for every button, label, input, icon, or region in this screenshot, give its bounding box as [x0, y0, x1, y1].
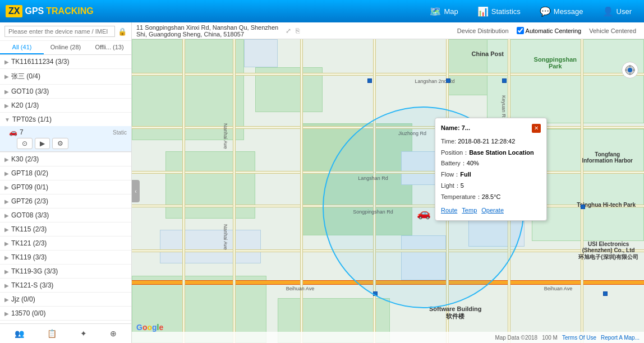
- arrow-icon-13570: ▶: [4, 310, 9, 317]
- nav-items: 🗺️ Map 📊 Statistics 💬 Message 👤 User: [423, 4, 638, 19]
- sidebar: 🔒 All (41) Online (28) Offli... (13) ▶ T…: [0, 22, 132, 343]
- device-group-header-k30[interactable]: ▶ K30 (2/3): [0, 152, 131, 166]
- grid-btn[interactable]: ✦: [76, 327, 91, 340]
- arrow-icon-k20: ▶: [4, 103, 9, 109]
- locate-button[interactable]: [622, 62, 638, 78]
- device-group-header-tk121-s[interactable]: ▶ TK121-S (3/3): [0, 279, 131, 292]
- add-btn[interactable]: ⊕: [105, 327, 121, 340]
- map-terms[interactable]: Terms Of Use: [562, 335, 596, 341]
- list-btn[interactable]: 📋: [43, 327, 61, 340]
- popup-position-value: Base Station Location: [469, 149, 534, 156]
- vehicle-centered-btn[interactable]: Vehicle Centered: [586, 26, 640, 35]
- settings-device-btn[interactable]: ⚙: [52, 138, 68, 149]
- tabs: All (41) Online (28) Offli... (13): [0, 41, 131, 55]
- popup-actions: Route Temp Operate: [441, 205, 541, 216]
- map-marker-1: [367, 78, 372, 83]
- main: 🔒 All (41) Online (28) Offli... (13) ▶ T…: [0, 22, 644, 343]
- device-group-zhangsan: ▶ 张三 (0/4): [0, 69, 131, 85]
- device-item-7[interactable]: 🚗 7 Static ⊙ ▶ ⚙: [0, 126, 131, 152]
- device-group-tk119: ▶ TK119 (3/3): [0, 251, 131, 265]
- arrow-icon-gpt18: ▶: [4, 170, 9, 177]
- device-group-header-tk116[interactable]: ▶ TK116111234 (3/3): [0, 55, 131, 68]
- device-group-header-tk121[interactable]: ▶ TK121 (2/3): [0, 237, 131, 250]
- lock-icon: 🔒: [118, 27, 127, 36]
- locate-device-btn[interactable]: ⊙: [17, 138, 33, 149]
- tab-offline[interactable]: Offli... (13): [88, 41, 131, 54]
- map-marker-11: [373, 291, 378, 296]
- road-v-3: [373, 39, 376, 343]
- device-group-label-zhangsan: 张三 (0/4): [11, 72, 40, 81]
- device-group-header-gpt18[interactable]: ▶ GPT18 (0/2): [0, 166, 131, 180]
- popup-flow-value: Full: [460, 171, 471, 178]
- popup-header: Name: 7... ✕: [441, 123, 541, 134]
- road-h-4: [132, 205, 644, 207]
- popup-position-row: Position：Base Station Location: [441, 147, 541, 159]
- tab-all[interactable]: All (41): [0, 41, 44, 54]
- device-group-gpt09: ▶ GPT09 (0/1): [0, 180, 131, 194]
- search-input[interactable]: [4, 26, 115, 37]
- device-group-header-jjz[interactable]: ▶ Jjz (0/0): [0, 293, 131, 306]
- statistics-icon: 📊: [477, 6, 489, 17]
- device-group-tk119-3g: ▶ TK119-3G (3/3): [0, 265, 131, 279]
- arrow-icon-zhangsan: ▶: [4, 73, 9, 80]
- crosshair-icon: [624, 64, 636, 76]
- popup-close-btn[interactable]: ✕: [532, 124, 541, 133]
- device-group-header-tk119[interactable]: ▶ TK119 (3/3): [0, 251, 131, 264]
- device-group-got10: ▶ GOT10 (3/3): [0, 85, 131, 99]
- popup-time-value: 2018-08-21 12:28:42: [458, 138, 515, 145]
- device-group-header-tpt02s[interactable]: ▼ TPT02s (1/1): [0, 113, 131, 126]
- device-group-header-tk115[interactable]: ▶ TK115 (2/3): [0, 223, 131, 236]
- device-group-label-13570: 13570 (0/0): [11, 309, 45, 317]
- device-group-header-got10[interactable]: ▶ GOT10 (3/3): [0, 85, 131, 98]
- device-group-label-tk119-3g: TK119-3G (3/3): [11, 267, 58, 275]
- device-group-label-gpt18: GPT18 (0/2): [11, 169, 48, 177]
- nav-map[interactable]: 🗺️ Map: [423, 4, 464, 19]
- arrow-icon-tk119: ▶: [4, 254, 9, 261]
- device-group-header-zhangsan[interactable]: ▶ 张三 (0/4): [0, 69, 131, 84]
- arrow-icon-tpt02s: ▼: [4, 117, 10, 123]
- message-icon: 💬: [540, 6, 551, 17]
- map-marker-9: [581, 205, 585, 209]
- device-group-header-got08[interactable]: ▶ GOT08 (3/3): [0, 208, 131, 222]
- popup-operate-link[interactable]: Operate: [481, 205, 504, 216]
- device-group-header-13570[interactable]: ▶ 13570 (0/0): [0, 307, 131, 320]
- map-container[interactable]: 11 Songpingshan Xinxi Rd, Nanshan Qu, Sh…: [132, 22, 644, 343]
- popup-light-row: Light：5: [441, 180, 541, 192]
- map-marker-3: [446, 78, 450, 83]
- logo: ZX GPS TRACKING: [6, 5, 94, 17]
- map-icon: 🗺️: [430, 6, 441, 17]
- device-group-tk121-s: ▶ TK121-S (3/3): [0, 279, 131, 293]
- nav-statistics-label: Statistics: [491, 7, 521, 16]
- device-group-header-gpt26[interactable]: ▶ GPT26 (2/3): [0, 194, 131, 208]
- device-distribution-btn[interactable]: Device Distribution: [454, 26, 512, 35]
- nav-user[interactable]: 👤 User: [596, 4, 638, 19]
- auto-centering-label[interactable]: Automatic Centering: [517, 27, 582, 34]
- popup-name-label: Name: 7...: [441, 123, 470, 134]
- arrow-icon-gpt26: ▶: [4, 198, 9, 205]
- popup-flow-row: Flow：Full: [441, 169, 541, 180]
- auto-centering-checkbox[interactable]: [517, 27, 524, 34]
- device-group-k20: ▶ K20 (1/3): [0, 99, 131, 113]
- popup-temp-link[interactable]: Temp: [462, 205, 477, 216]
- arrow-icon-tk121-s: ▶: [4, 282, 9, 289]
- popup-route-link[interactable]: Route: [441, 205, 457, 216]
- blue-block-2: [160, 230, 261, 263]
- nav-message[interactable]: 💬 Message: [533, 4, 590, 19]
- map-report[interactable]: Report A Map...: [601, 335, 640, 341]
- device-group-got08: ▶ GOT08 (3/3): [0, 208, 131, 223]
- nav-statistics[interactable]: 📊 Statistics: [471, 4, 527, 19]
- nav-user-label: User: [617, 7, 632, 16]
- arrow-icon-tk119-3g: ▶: [4, 268, 9, 275]
- sidebar-collapse-handle[interactable]: ‹: [132, 180, 140, 202]
- device-group-header-tk119-3g[interactable]: ▶ TK119-3G (3/3): [0, 265, 131, 278]
- play-device-btn[interactable]: ▶: [35, 138, 50, 149]
- device-group-header-gpt09[interactable]: ▶ GPT09 (0/1): [0, 180, 131, 194]
- map-background[interactable]: Langshan 2nd Rd Langshan Rd Songpingshan…: [132, 39, 644, 343]
- device-group-label-tk121: TK121 (2/3): [11, 239, 47, 247]
- popup-battery-row: Battery：40%: [441, 158, 541, 169]
- vehicle-marker[interactable]: 🚗: [417, 206, 431, 220]
- blue-block-5: [401, 235, 446, 280]
- tab-online[interactable]: Online (28): [44, 41, 88, 54]
- group-btn[interactable]: 👥: [10, 327, 29, 340]
- device-group-header-k20[interactable]: ▶ K20 (1/3): [0, 99, 131, 112]
